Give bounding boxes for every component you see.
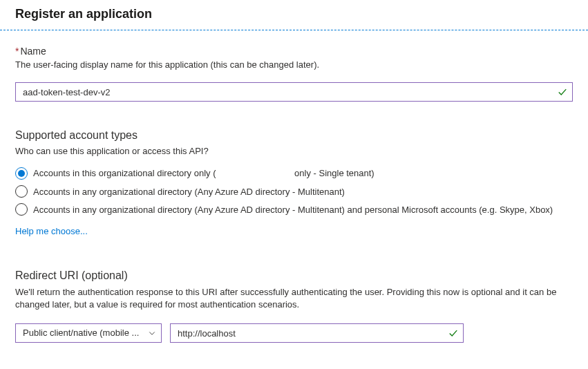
radio-single-tenant[interactable]: Accounts in this organizational director… [15, 167, 573, 180]
checkmark-icon [558, 87, 567, 97]
platform-dropdown-wrapper: Public client/native (mobile ... [15, 323, 162, 343]
redirect-uri-description: We'll return the authentication response… [15, 286, 573, 311]
radio-label: Accounts in this organizational director… [33, 168, 374, 178]
page-title: Register an application [15, 7, 573, 21]
radio-multitenant[interactable]: Accounts in any organizational directory… [15, 185, 573, 198]
radio-button-icon [15, 167, 28, 180]
radio-button-icon [15, 203, 28, 216]
help-me-choose-link[interactable]: Help me choose... [15, 226, 88, 236]
redirect-uri-input-wrapper [170, 323, 464, 343]
checkmark-icon [448, 328, 458, 338]
redirect-uri-title: Redirect URI (optional) [15, 269, 573, 282]
name-input-wrapper [15, 82, 573, 102]
account-types-description: Who can use this application or access t… [15, 146, 573, 156]
radio-label: Accounts in any organizational directory… [33, 205, 553, 215]
radio-button-icon [15, 185, 28, 198]
account-types-title: Supported account types [15, 129, 573, 142]
required-star-icon: * [15, 46, 19, 57]
radio-label: Accounts in any organizational directory… [33, 187, 345, 197]
redacted-org-name [216, 170, 292, 179]
page-header: Register an application [0, 0, 588, 30]
name-input[interactable] [15, 82, 573, 102]
name-description: The user-facing display name for this ap… [15, 59, 573, 70]
platform-dropdown[interactable]: Public client/native (mobile ... [15, 323, 162, 343]
radio-multitenant-personal[interactable]: Accounts in any organizational directory… [15, 203, 573, 216]
redirect-uri-row: Public client/native (mobile ... [15, 323, 573, 343]
redirect-uri-input[interactable] [170, 323, 464, 343]
account-types-radio-group: Accounts in this organizational director… [15, 167, 573, 216]
form-content: *Name The user-facing display name for t… [0, 30, 588, 358]
name-label: *Name [15, 46, 573, 57]
